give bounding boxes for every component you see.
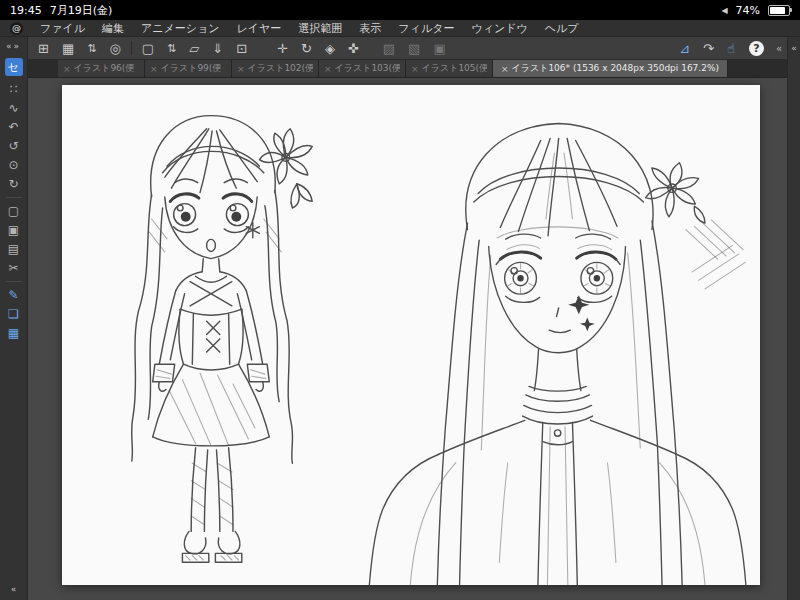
bust-figure-sketch bbox=[368, 124, 747, 585]
edge-keyboard-tab[interactable]: セ bbox=[5, 58, 23, 76]
tab-label: イラスト99(便 bbox=[161, 62, 222, 75]
tab-close-icon[interactable]: × bbox=[501, 64, 509, 74]
menu-help[interactable]: ヘルプ bbox=[545, 21, 579, 36]
sketch-drawing[interactable] bbox=[62, 85, 760, 585]
clip-studio-logo-icon[interactable]: @ bbox=[10, 22, 23, 35]
material-tool-icon[interactable]: ▤ bbox=[8, 243, 19, 255]
new-canvas-icon[interactable]: ▢ bbox=[142, 42, 154, 55]
document-tab-bar: × イラスト96(便 × イラスト99(便 × イラスト102(便 × イラスト… bbox=[28, 60, 787, 78]
tab-illust-106-active[interactable]: × イラスト106* (1536 x 2048px 350dpi 167.2%) bbox=[493, 60, 728, 77]
toolbar-collapse-icon[interactable]: « bbox=[776, 43, 782, 54]
right-rail-collapse-icon[interactable]: « bbox=[791, 43, 797, 53]
tab-illust-96[interactable]: × イラスト96(便 bbox=[58, 60, 145, 77]
undo-tool-icon[interactable]: ↶ bbox=[8, 121, 18, 133]
tab-label: イラスト105(便 bbox=[422, 62, 487, 75]
checker-pattern-icon[interactable]: ▦ bbox=[62, 42, 74, 55]
chibi-figure-sketch bbox=[132, 116, 313, 563]
tab-label: イラスト103(便 bbox=[335, 62, 400, 75]
tab-label: イラスト106* (1536 x 2048px 350dpi 167.2%) bbox=[512, 62, 719, 75]
menu-filter[interactable]: フィルター bbox=[398, 21, 454, 36]
redo-tool-icon[interactable]: ↺ bbox=[8, 140, 18, 152]
move-tool-icon[interactable]: ✛ bbox=[277, 42, 288, 55]
clip-studio-paint-window: 19:45 7月19日(金) ◀ 74% @ ファイル 編集 アニメーション レ… bbox=[0, 0, 800, 600]
canvas-area[interactable] bbox=[28, 78, 787, 600]
snap-ruler-icon[interactable]: ▨ bbox=[383, 42, 395, 55]
vector-line-icon[interactable]: ⊿ bbox=[679, 42, 690, 55]
share-canvas-icon[interactable]: ⊡ bbox=[236, 42, 247, 55]
curve-adjust-icon[interactable]: ↷ bbox=[703, 42, 714, 55]
sidebar-bottom-collapse-icon[interactable]: « bbox=[11, 584, 17, 594]
color-set-tool-icon[interactable]: ▦ bbox=[8, 327, 19, 339]
zoom-tool-icon[interactable]: ⊙ bbox=[8, 159, 18, 171]
menu-edit[interactable]: 編集 bbox=[102, 21, 124, 36]
tab-label: イラスト102(便 bbox=[248, 62, 313, 75]
save-file-icon[interactable]: ⇓ bbox=[212, 42, 223, 55]
battery-percent: 74% bbox=[736, 4, 760, 17]
rotate-canvas-icon[interactable]: ↻ bbox=[8, 178, 18, 190]
gradient-icon[interactable]: ◈ bbox=[325, 42, 335, 55]
menu-animation[interactable]: アニメーション bbox=[141, 21, 220, 36]
menu-layer[interactable]: レイヤー bbox=[237, 21, 282, 36]
canvas-stepper-icon[interactable]: ⇅ bbox=[167, 43, 176, 54]
left-tool-sidebar: «» セ ∷ ∿ ↶ ↺ ⊙ ↻ ▢ ▣ ▤ ✂ ✎ ❏ ▦ « bbox=[0, 37, 28, 600]
menu-file[interactable]: ファイル bbox=[40, 21, 85, 36]
tab-close-icon[interactable]: × bbox=[411, 64, 419, 74]
tab-illust-103[interactable]: × イラスト103(便 bbox=[319, 60, 406, 77]
menu-selection[interactable]: 選択範囲 bbox=[298, 21, 342, 36]
tab-close-icon[interactable]: × bbox=[63, 64, 71, 74]
tab-label: イラスト96(便 bbox=[74, 62, 135, 75]
separator bbox=[6, 197, 22, 198]
menu-view[interactable]: 表示 bbox=[359, 21, 381, 36]
snap-grid-icon[interactable]: ▧ bbox=[408, 42, 420, 55]
canvas-page[interactable] bbox=[62, 85, 760, 585]
orientation-lock-icon: ◀ bbox=[721, 6, 727, 15]
sidebar-collapse-icon[interactable]: « bbox=[6, 41, 14, 51]
window-layout-icon[interactable]: ⊞ bbox=[38, 42, 49, 55]
page-tool-icon[interactable]: ▢ bbox=[8, 205, 19, 217]
pen-tool-icon[interactable]: ✎ bbox=[8, 289, 18, 301]
hand-tool-icon[interactable]: ☝ bbox=[727, 42, 735, 55]
snap-icon[interactable]: ✜ bbox=[348, 42, 359, 55]
battery-icon bbox=[768, 5, 790, 16]
right-rail: « bbox=[787, 37, 800, 600]
separator bbox=[6, 281, 22, 282]
scissors-tool-icon[interactable]: ✂ bbox=[8, 262, 18, 274]
lasso-tool-icon[interactable]: ∿ bbox=[8, 102, 18, 114]
separator bbox=[131, 41, 132, 55]
tab-close-icon[interactable]: × bbox=[237, 64, 245, 74]
clip-studio-swirl-icon[interactable]: ◎ bbox=[109, 42, 120, 55]
status-bar: 19:45 7月19日(金) ◀ 74% bbox=[0, 0, 800, 20]
select-area-tool-icon[interactable]: ∷ bbox=[10, 83, 18, 95]
palette-stepper-icon[interactable]: ⇅ bbox=[87, 43, 96, 54]
reference-tool-icon[interactable]: ▣ bbox=[8, 224, 19, 236]
tab-illust-99[interactable]: × イラスト99(便 bbox=[145, 60, 232, 77]
menu-window[interactable]: ウィンドウ bbox=[471, 21, 527, 36]
rotate-view-icon[interactable]: ↻ bbox=[301, 42, 312, 55]
command-bar: ⊞ ▦ ⇅ ◎ ▢ ⇅ ▱ ⇓ ⊡ ✛ ↻ ◈ ✜ ▨ ▧ ▣ ⊿ ↷ ☝ bbox=[0, 37, 800, 60]
layers-tool-icon[interactable]: ❏ bbox=[8, 308, 19, 320]
clock-date: 7月19日(金) bbox=[50, 3, 113, 18]
open-file-icon[interactable]: ▱ bbox=[189, 42, 199, 55]
tab-illust-105[interactable]: × イラスト105(便 bbox=[406, 60, 493, 77]
sidebar-expand-icon[interactable]: » bbox=[14, 41, 22, 51]
clock-time: 19:45 bbox=[10, 4, 42, 17]
tab-close-icon[interactable]: × bbox=[324, 64, 332, 74]
menu-bar: @ ファイル 編集 アニメーション レイヤー 選択範囲 表示 フィルター ウィン… bbox=[0, 20, 800, 37]
tab-illust-102[interactable]: × イラスト102(便 bbox=[232, 60, 319, 77]
tab-close-icon[interactable]: × bbox=[150, 64, 158, 74]
help-button[interactable]: ? bbox=[749, 41, 764, 56]
snap-special-icon[interactable]: ▣ bbox=[433, 42, 445, 55]
